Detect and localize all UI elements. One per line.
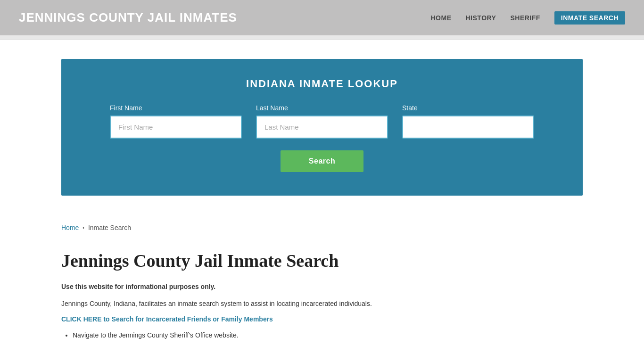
nav-inmate-search[interactable]: INMATE SEARCH bbox=[554, 11, 625, 25]
first-name-label: First Name bbox=[110, 104, 242, 112]
click-here-link[interactable]: CLICK HERE to Search for Incarcerated Fr… bbox=[61, 315, 583, 323]
inmate-lookup-widget: INDIANA INMATE LOOKUP First Name Last Na… bbox=[61, 59, 583, 196]
nav-sheriff[interactable]: SHERIFF bbox=[510, 14, 540, 22]
last-name-group: Last Name bbox=[256, 104, 388, 139]
breadcrumb-current: Inmate Search bbox=[88, 224, 131, 231]
sub-header-line bbox=[0, 35, 644, 40]
state-label: State bbox=[402, 104, 534, 112]
search-button[interactable]: Search bbox=[281, 150, 363, 172]
widget-title: INDIANA INMATE LOOKUP bbox=[90, 78, 554, 90]
search-btn-row: Search bbox=[90, 150, 554, 172]
breadcrumb-separator: • bbox=[83, 225, 84, 230]
state-group: State Indiana bbox=[402, 104, 534, 139]
nav-history[interactable]: HISTORY bbox=[466, 14, 496, 22]
form-row: First Name Last Name State Indiana bbox=[90, 104, 554, 139]
site-title: JENNINGS COUNTY JAIL INMATES bbox=[19, 10, 237, 25]
page-title: Jennings County Jail Inmate Search bbox=[61, 250, 583, 272]
state-input[interactable]: Indiana bbox=[402, 115, 534, 139]
first-name-input[interactable] bbox=[110, 115, 242, 139]
first-name-group: First Name bbox=[110, 104, 242, 139]
info-bold-text: Use this website for informational purpo… bbox=[61, 281, 583, 292]
site-header: JENNINGS COUNTY JAIL INMATES HOME HISTOR… bbox=[0, 0, 644, 35]
bullet-list: Navigate to the Jennings County Sheriff'… bbox=[61, 331, 583, 339]
last-name-input[interactable] bbox=[256, 115, 388, 139]
nav-home[interactable]: HOME bbox=[431, 14, 452, 22]
breadcrumb-home-link[interactable]: Home bbox=[61, 224, 79, 231]
main-nav: HOME HISTORY SHERIFF INMATE SEARCH bbox=[431, 11, 626, 25]
main-content: Jennings County Jail Inmate Search Use t… bbox=[0, 241, 644, 361]
info-description: Jennings County, Indiana, facilitates an… bbox=[61, 298, 583, 309]
breadcrumb: Home • Inmate Search bbox=[0, 214, 644, 241]
bullet-text: Navigate to the Jennings County Sheriff'… bbox=[73, 331, 239, 339]
last-name-label: Last Name bbox=[256, 104, 388, 112]
list-item: Navigate to the Jennings County Sheriff'… bbox=[73, 331, 583, 339]
